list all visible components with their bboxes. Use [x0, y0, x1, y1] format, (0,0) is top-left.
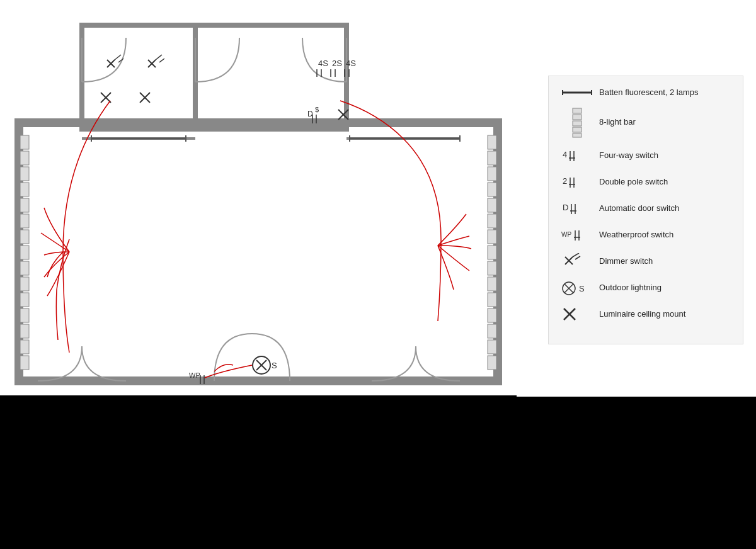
- luminaire-1: [101, 93, 111, 103]
- legend-symbol-4way: 4: [561, 147, 599, 165]
- svg-text:S: S: [579, 284, 585, 293]
- svg-rect-17: [20, 167, 29, 181]
- legend-symbol-dimmer: [561, 253, 599, 271]
- svg-rect-40: [488, 293, 496, 307]
- svg-rect-88: [573, 108, 581, 113]
- svg-rect-2: [82, 25, 195, 129]
- floor-plan-diagram: 4S 2S 4S D $ WP S: [0, 0, 517, 397]
- svg-text:2S: 2S: [332, 59, 342, 68]
- bottom-bar: [0, 397, 756, 549]
- svg-rect-28: [20, 340, 29, 354]
- svg-rect-1: [19, 123, 498, 381]
- legend-item-door: D Automatic door switch: [561, 200, 730, 218]
- svg-line-57: [156, 55, 162, 60]
- dimmer-switch-2: [148, 55, 164, 67]
- legend-item-batten: Batten fluorescent, 2 lamps: [561, 88, 730, 98]
- legend-text-lightbar: 8-light bar: [599, 117, 636, 128]
- svg-text:4S: 4S: [346, 59, 356, 68]
- legend-item-lightbar: 8-light bar: [561, 107, 730, 139]
- legend-symbol-luminaire: [561, 306, 599, 324]
- legend-symbol-batten: [561, 88, 599, 98]
- svg-rect-42: [488, 324, 496, 338]
- legend-symbol-lightbar: [561, 107, 599, 139]
- legend-text-2pole: Double pole switch: [599, 177, 668, 188]
- svg-line-58: [159, 59, 164, 62]
- legend-symbol-outdoor: S: [561, 280, 599, 297]
- svg-rect-39: [488, 277, 496, 291]
- svg-rect-18: [20, 183, 29, 196]
- legend-item-wp: WP Weatherproof switch: [561, 227, 730, 244]
- legend-text-luminaire: Luminaire ceiling mount: [599, 309, 685, 320]
- svg-line-112: [575, 256, 580, 259]
- svg-text:D: D: [563, 203, 568, 212]
- svg-rect-23: [20, 261, 29, 275]
- svg-rect-16: [20, 151, 29, 165]
- svg-rect-44: [488, 356, 496, 370]
- svg-rect-26: [20, 308, 29, 322]
- legend-text-4way: Four-way switch: [599, 150, 658, 161]
- svg-rect-33: [488, 183, 496, 196]
- svg-rect-92: [573, 133, 581, 137]
- svg-text:WP: WP: [561, 231, 571, 238]
- svg-rect-20: [20, 214, 29, 228]
- legend-text-dimmer: Dimmer switch: [599, 256, 653, 267]
- svg-rect-24: [20, 277, 29, 291]
- legend-text-outdoor: Outdoor lightning: [599, 283, 662, 293]
- svg-rect-32: [488, 167, 496, 181]
- svg-text:$: $: [315, 106, 319, 113]
- svg-rect-25: [20, 293, 29, 307]
- svg-text:2: 2: [563, 176, 567, 186]
- svg-rect-31: [488, 151, 496, 165]
- legend-symbol-2pole: 2: [561, 174, 599, 191]
- svg-rect-38: [488, 261, 496, 275]
- svg-text:S: S: [272, 361, 277, 370]
- svg-line-111: [573, 253, 579, 257]
- svg-rect-34: [488, 198, 496, 212]
- legend-item-2pole: 2 Double pole switch: [561, 174, 730, 191]
- svg-text:4S: 4S: [318, 59, 328, 68]
- svg-rect-89: [573, 115, 581, 120]
- svg-rect-19: [20, 198, 29, 212]
- legend-item-dimmer: Dimmer switch: [561, 253, 730, 271]
- legend-symbol-door: D: [561, 200, 599, 218]
- legend-panel: Batten fluorescent, 2 lamps 8-light bar …: [548, 76, 743, 344]
- svg-rect-36: [488, 230, 496, 244]
- legend-text-wp: Weatherproof switch: [599, 230, 673, 241]
- legend-item-outdoor: S Outdoor lightning: [561, 280, 730, 297]
- svg-rect-30: [488, 135, 496, 149]
- svg-text:WP: WP: [189, 371, 200, 379]
- svg-rect-90: [573, 121, 581, 126]
- svg-rect-22: [20, 246, 29, 259]
- svg-rect-27: [20, 324, 29, 338]
- svg-rect-21: [20, 230, 29, 244]
- legend-text-door: Automatic door switch: [599, 203, 679, 214]
- svg-rect-15: [20, 135, 29, 149]
- legend-text-batten: Batten fluorescent, 2 lamps: [599, 88, 699, 98]
- svg-text:4: 4: [563, 150, 567, 159]
- luminaire-2: [140, 93, 150, 103]
- legend-item-4way: 4 Four-way switch: [561, 147, 730, 165]
- legend-item-luminaire: Luminaire ceiling mount: [561, 306, 730, 324]
- svg-rect-37: [488, 246, 496, 259]
- svg-rect-43: [488, 340, 496, 354]
- svg-rect-41: [488, 308, 496, 322]
- legend-symbol-wp: WP: [561, 227, 599, 244]
- svg-line-53: [115, 55, 121, 60]
- svg-rect-91: [573, 127, 581, 132]
- svg-rect-29: [20, 356, 29, 370]
- svg-rect-35: [488, 214, 496, 228]
